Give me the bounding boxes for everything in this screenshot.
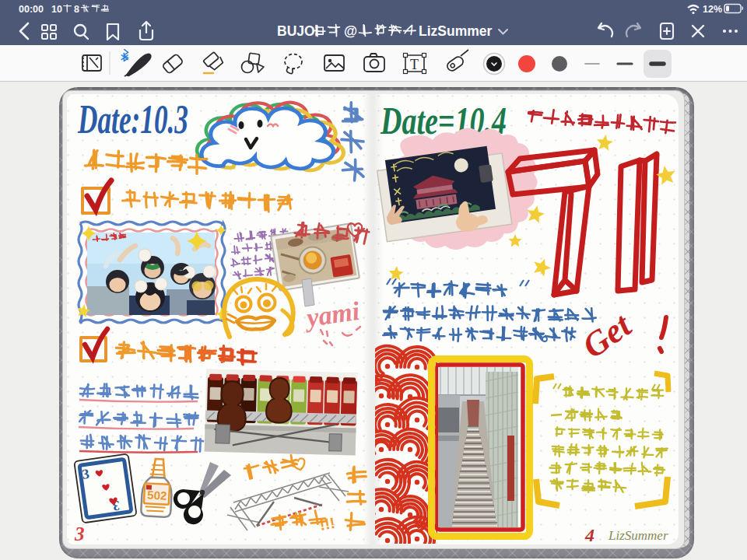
svg-text:Date:10.3: Date:10.3 xyxy=(77,97,188,142)
svg-text:3: 3 xyxy=(74,523,85,544)
svg-text:4: 4 xyxy=(584,525,594,545)
svg-text:!!!: !!! xyxy=(318,514,337,534)
svg-text:502: 502 xyxy=(147,488,167,502)
svg-text:LizSummer: LizSummer xyxy=(608,528,668,543)
svg-text:Get: Get xyxy=(576,306,640,366)
